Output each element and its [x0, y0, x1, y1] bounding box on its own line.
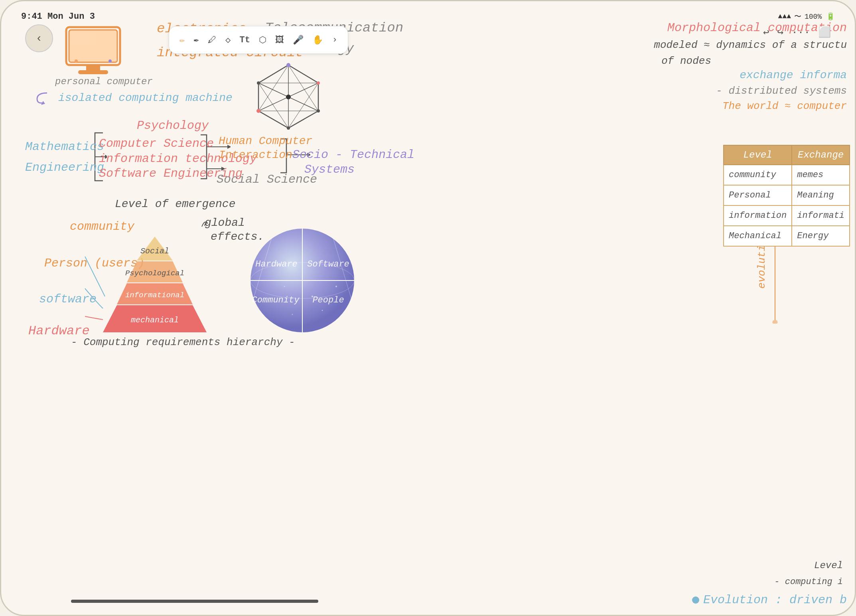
svg-text:People: People [312, 295, 344, 305]
table-cell-level-1: Personal [724, 185, 792, 205]
battery-icon: 100% 🔋 [805, 12, 835, 21]
svg-rect-4 [78, 70, 108, 74]
global-effects-1: global [205, 217, 245, 229]
svg-text:informational: informational [125, 291, 184, 300]
back-button[interactable]: ‹ [25, 24, 53, 52]
pen-tool[interactable]: ✏ [178, 33, 187, 47]
drawing-toolbar: ✏ ✒ 🖊 ◇ Tt ⬡ 🖼 🎤 ✋ › [169, 26, 348, 54]
distributed-label: - distributed systems [716, 85, 847, 97]
psychology-label: Psychology [137, 119, 209, 132]
svg-point-56 [284, 286, 285, 287]
svg-text:Community: Community [252, 295, 300, 305]
exchange-table: Level Exchange community memes Personal … [723, 145, 847, 247]
svg-point-6 [108, 59, 112, 63]
community-left-label: community [70, 220, 134, 233]
nodes-label: of nodes [661, 55, 711, 67]
network-hexagon [249, 61, 328, 133]
table-header-level: Level [724, 145, 792, 165]
hci-label-2: Interaction [219, 149, 292, 161]
svg-line-18 [288, 65, 318, 83]
sts-label-1: Socio - Technical [292, 148, 414, 162]
wifi-icon: 〜 [794, 12, 801, 21]
eraser-tool[interactable]: ◇ [223, 33, 233, 47]
svg-point-54 [312, 296, 313, 297]
hand-tool[interactable]: ✋ [310, 33, 325, 47]
modeled-label: modeled ≈ dynamics of a structu [654, 39, 847, 51]
table-cell-exchange-1: Meaning [792, 185, 850, 205]
marker-tool[interactable]: 🖊 [206, 33, 219, 47]
hci-label-1: Human Computer [219, 135, 312, 147]
svg-point-24 [287, 126, 290, 130]
svg-text:Psychological: Psychological [125, 269, 184, 278]
undo-icon[interactable]: ↩ [763, 26, 769, 39]
status-icons: ▲▲▲ 〜 100% 🔋 [778, 12, 835, 21]
engineering-label: Engineering [25, 161, 104, 174]
table-row: community memes [724, 165, 850, 185]
evolution-dot [692, 596, 699, 604]
svg-point-20 [286, 95, 291, 99]
personal-computer-label: personal computer [55, 76, 153, 87]
pencil-tool[interactable]: ✒ [191, 33, 201, 47]
pyramid-illustration: Social Psychological informational mecha… [93, 233, 217, 340]
world-computer-label: The world ≈ computer [722, 100, 847, 112]
svg-text:Software: Software [307, 259, 349, 269]
svg-point-26 [257, 81, 260, 85]
computing-bottom-label: - computing i [774, 577, 843, 587]
svg-point-25 [256, 109, 260, 113]
select-tool[interactable]: ⬡ [257, 33, 268, 47]
table-cell-exchange-2: informati [792, 205, 850, 226]
level-emergence-label: Level of emergence [115, 198, 235, 210]
svg-point-5 [75, 59, 78, 63]
isolated-label-container: isolated computing machine [35, 91, 233, 105]
scroll-indicator[interactable] [71, 600, 318, 603]
text-tool[interactable]: Tt [237, 33, 252, 47]
right-toolbar: ↩ ↪ ··· ⬜ [763, 26, 831, 39]
level-bottom-label: Level [814, 560, 843, 571]
status-time: 9:41 Mon Jun 3 [21, 12, 95, 22]
computer-science-label: Computer Science [99, 137, 214, 150]
table-row: Mechanical Energy [724, 226, 850, 246]
ipad-frame: 9:41 Mon Jun 3 ▲▲▲ 〜 100% 🔋 ‹ ✏ ✒ 🖊 ◇ Tt… [0, 0, 856, 616]
svg-rect-3 [86, 65, 100, 71]
table-row: Personal Meaning [724, 185, 850, 205]
arrow-curl-icon [35, 91, 55, 105]
sts-label-2: Systems [304, 163, 355, 176]
table-row: information informati [724, 205, 850, 226]
svg-text:Social: Social [140, 247, 169, 256]
svg-point-23 [317, 109, 320, 113]
evolution-bottom-container: Evolution : driven b [692, 593, 847, 607]
pages-icon[interactable]: ⬜ [818, 26, 831, 39]
more-tools[interactable]: › [330, 33, 339, 47]
evolution-bottom-label: Evolution : driven b [703, 593, 847, 607]
svg-point-21 [286, 63, 290, 67]
svg-point-58 [292, 314, 293, 315]
signal-icon: ▲▲▲ [778, 12, 791, 20]
svg-text:mechanical: mechanical [131, 316, 179, 325]
exchange-label: exchange informa [740, 69, 847, 81]
table-cell-exchange-3: Energy [792, 226, 850, 246]
svg-point-55 [322, 310, 323, 311]
redo-icon[interactable]: ↪ [777, 26, 784, 39]
svg-point-57 [335, 286, 337, 287]
svg-rect-2 [71, 32, 93, 44]
social-science-label: Social Science [217, 173, 317, 186]
table-cell-exchange-0: memes [792, 165, 850, 185]
svg-point-22 [317, 81, 320, 85]
table-cell-level-3: Mechanical [724, 226, 792, 246]
table-cell-level-2: information [724, 205, 792, 226]
more-icon[interactable]: ··· [791, 26, 810, 38]
image-tool[interactable]: 🖼 [273, 33, 286, 47]
table-cell-level-0: community [724, 165, 792, 185]
table-header-exchange: Exchange [792, 145, 850, 165]
mathematics-label: Mathematics [25, 140, 104, 154]
status-bar: 9:41 Mon Jun 3 ▲▲▲ 〜 100% 🔋 [21, 8, 835, 24]
audio-tool[interactable]: 🎤 [291, 33, 306, 47]
computer-illustration [60, 25, 126, 77]
sphere-illustration: Hardware Software Community People [245, 223, 360, 338]
back-icon: ‹ [36, 32, 43, 45]
svg-text:Hardware: Hardware [255, 259, 298, 269]
isolated-computing-label: isolated computing machine [58, 92, 233, 104]
